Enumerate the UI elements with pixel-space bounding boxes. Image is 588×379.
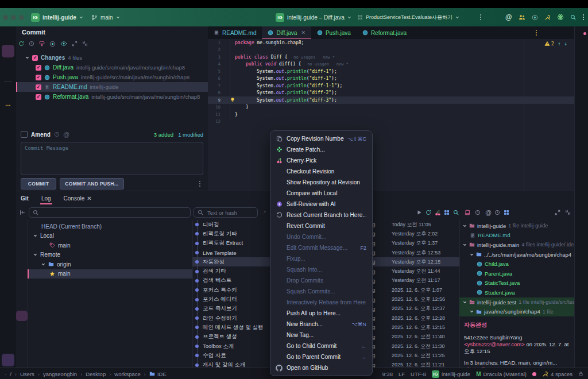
menu-item-checkout-revision[interactable]: Checkout Revision bbox=[270, 166, 372, 177]
history-icon[interactable] bbox=[29, 41, 34, 47]
editor-tab[interactable]: Push.java bbox=[311, 26, 357, 39]
more-run-actions-icon[interactable] bbox=[479, 14, 482, 21]
tab-console[interactable]: Console ✕ bbox=[64, 191, 92, 205]
gear-icon[interactable] bbox=[0, 312, 16, 325]
details-tree-row[interactable]: intellij-guide.test1 file intellij-guide… bbox=[459, 297, 574, 307]
terminal-icon[interactable] bbox=[0, 325, 16, 338]
dependencies-icon[interactable] bbox=[575, 137, 588, 149]
ai-assistant-icon[interactable] bbox=[575, 57, 588, 70]
close-icon[interactable]: ✕ bbox=[301, 30, 305, 36]
commit-author-icon[interactable]: @ bbox=[63, 131, 69, 138]
github-icon[interactable] bbox=[0, 62, 16, 75]
expand-icon[interactable] bbox=[555, 210, 560, 215]
search-icon[interactable] bbox=[16, 260, 28, 269]
changed-file-row[interactable]: ✓Push.javaintellij-guide/src/main/java/m… bbox=[16, 72, 208, 82]
tabs-kebab-icon[interactable] bbox=[535, 29, 537, 36]
line-ending[interactable]: LF bbox=[399, 371, 405, 377]
database-icon[interactable] bbox=[575, 84, 588, 96]
search-everywhere-icon[interactable] bbox=[570, 14, 576, 20]
commit-button[interactable]: COMMIT bbox=[21, 178, 56, 190]
commit-hash[interactable]: 541e22ee bbox=[464, 334, 488, 341]
code-line[interactable]: 9System.out.println("diff-3"); bbox=[208, 96, 574, 104]
branch-row-remote[interactable]: Remote bbox=[28, 250, 192, 260]
editor-tab[interactable]: Reformat.java bbox=[357, 26, 412, 39]
kebab-menu-icon[interactable] bbox=[582, 14, 585, 21]
more-tool-windows-icon[interactable]: ⋯ bbox=[0, 99, 16, 111]
menu-item-new-tag-[interactable]: New Tag... bbox=[270, 330, 372, 341]
preview-frame-icon[interactable] bbox=[16, 311, 28, 321]
details-tree-row[interactable]: Child.java bbox=[459, 259, 574, 269]
navigate-back-icon[interactable] bbox=[20, 210, 25, 215]
hash-filter-input[interactable] bbox=[206, 209, 254, 216]
menu-item-revert-commit[interactable]: Revert Commit bbox=[270, 221, 372, 231]
kebab-menu-icon[interactable] bbox=[16, 299, 28, 308]
shelf-icon[interactable] bbox=[16, 250, 28, 260]
menu-item-new-branch-[interactable]: New Branch...⌥⌘N bbox=[270, 319, 372, 330]
details-tree-row[interactable]: intellij-guide1 file intellij-guide bbox=[459, 221, 574, 231]
lock-icon[interactable] bbox=[578, 371, 583, 377]
preview-eye-icon[interactable] bbox=[60, 40, 67, 47]
science-icon[interactable] bbox=[557, 14, 564, 21]
accent-color-dot[interactable] bbox=[532, 372, 536, 376]
window-close-button[interactable] bbox=[3, 15, 8, 20]
collapse-icon[interactable] bbox=[16, 334, 28, 343]
tab-log[interactable]: Log bbox=[41, 191, 51, 205]
details-tree-row[interactable]: intellij-guide.main4 files intellij-guid… bbox=[459, 240, 574, 250]
menu-item-open-on-github[interactable]: Open on GitHub bbox=[270, 362, 372, 373]
file-encoding[interactable]: UTF-8 bbox=[411, 371, 426, 377]
mentions-icon[interactable]: @ bbox=[485, 209, 492, 216]
clock-icon[interactable] bbox=[494, 210, 500, 215]
gradle-icon[interactable] bbox=[575, 110, 588, 123]
download-icon[interactable] bbox=[16, 231, 28, 240]
branch-row-origin[interactable]: origin bbox=[28, 260, 192, 269]
window-minimize-button[interactable] bbox=[11, 15, 16, 20]
indent-widget[interactable]: 4 spaces bbox=[542, 371, 572, 377]
tools-icon[interactable] bbox=[544, 14, 551, 21]
theme-widget[interactable]: M Dracula (Material) bbox=[476, 371, 527, 377]
details-tree-row[interactable]: README.md bbox=[459, 231, 574, 241]
file-check-icon[interactable] bbox=[0, 300, 16, 312]
details-tree-row[interactable]: Parent.java bbox=[459, 269, 574, 279]
menu-item-show-repository-at-revision[interactable]: Show Repository at Revision bbox=[270, 177, 372, 188]
details-tree-row[interactable]: Student.java bbox=[459, 288, 574, 297]
menu-item-cherry-pick[interactable]: Cherry-Pick bbox=[270, 155, 372, 166]
laptop-icon[interactable] bbox=[0, 30, 16, 42]
project-widget[interactable]: IG intellij-guide bbox=[432, 370, 470, 378]
expand-icon[interactable] bbox=[16, 324, 28, 334]
book-icon[interactable] bbox=[465, 210, 470, 215]
menu-item-create-patch-[interactable]: Create Patch... bbox=[270, 144, 372, 155]
breadcrumb-item[interactable]: / bbox=[10, 371, 11, 377]
branch-row-local[interactable]: Local bbox=[28, 231, 192, 241]
menu-item-self-review-with-ai[interactable]: Self-Review with AI bbox=[270, 199, 372, 210]
code-line[interactable]: 7System.out.println("diff-1-1"); bbox=[208, 82, 574, 90]
close-icon[interactable]: ✕ bbox=[87, 195, 91, 202]
bug-icon[interactable] bbox=[0, 286, 16, 299]
collapse-all-icon[interactable] bbox=[82, 41, 88, 47]
play-icon[interactable] bbox=[416, 210, 422, 215]
branch-row-main[interactable]: main bbox=[28, 269, 192, 279]
editor-tab[interactable]: README.md bbox=[208, 26, 262, 39]
search-icon[interactable] bbox=[453, 210, 459, 215]
file-checkbox[interactable]: ✓ bbox=[36, 84, 41, 90]
log-search-field[interactable] bbox=[29, 207, 191, 218]
alarm-icon[interactable] bbox=[0, 341, 16, 354]
details-tree-row[interactable]: ../../src/main/java/me/sungbin/chap44 fi… bbox=[459, 250, 574, 260]
changes-root-row[interactable]: ✓Changes4 files bbox=[16, 53, 208, 63]
group-by-icon[interactable] bbox=[49, 41, 56, 47]
refresh-icon[interactable] bbox=[425, 210, 431, 215]
file-checkbox[interactable]: ✓ bbox=[36, 65, 41, 71]
database-icon[interactable] bbox=[0, 84, 16, 96]
browse-globe-icon[interactable] bbox=[16, 289, 28, 299]
cherry-pick-icon[interactable] bbox=[435, 210, 441, 216]
collapse-icon[interactable] bbox=[565, 210, 571, 215]
refresh-icon[interactable] bbox=[18, 41, 24, 47]
history-icon[interactable] bbox=[475, 210, 481, 215]
layout-grid-icon[interactable] bbox=[444, 210, 450, 215]
breadcrumb-item[interactable]: IDE bbox=[149, 371, 167, 377]
code-line[interactable]: 12 bbox=[208, 118, 574, 126]
breadcrumb-item[interactable]: workspace bbox=[114, 371, 140, 377]
hash-filter-field[interactable] bbox=[194, 207, 258, 218]
details-tree-row[interactable]: StaticTest.java bbox=[459, 279, 574, 288]
menu-item-reset-current-branch-to-here-[interactable]: Reset Current Branch to Here... bbox=[270, 210, 372, 221]
window-title-widget[interactable]: IG intellij-guide – Diff.java bbox=[276, 8, 351, 26]
